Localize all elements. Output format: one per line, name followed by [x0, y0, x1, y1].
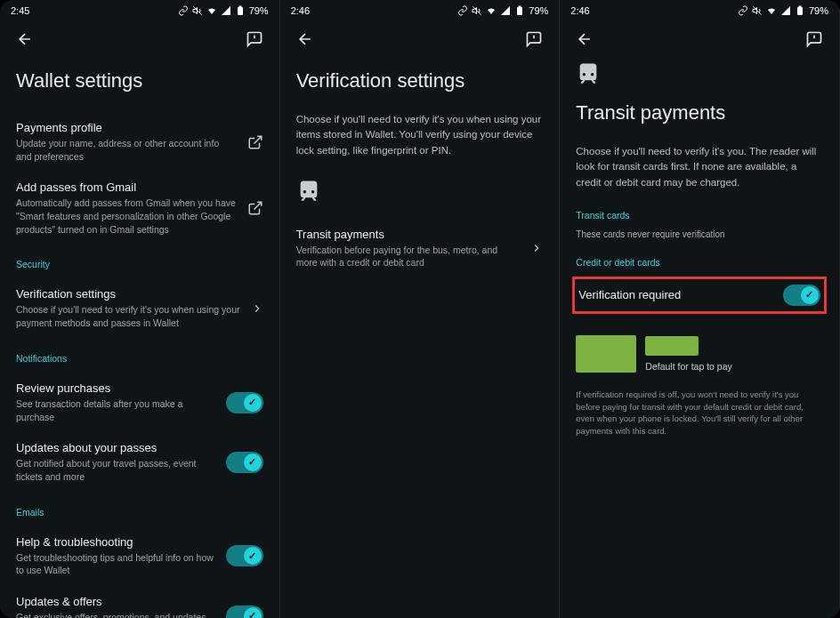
page-intro: Choose if you'll need to verify it's you…	[576, 144, 823, 190]
wifi-icon	[766, 5, 777, 16]
battery-icon	[795, 5, 805, 16]
row-updates-offers: Updates & offers Get exclusive offers, p…	[16, 586, 263, 618]
card-thumbnail-1[interactable]	[576, 335, 636, 373]
app-bar	[280, 20, 560, 60]
mute-icon	[192, 5, 203, 16]
feedback-icon	[525, 30, 543, 48]
battery-percent: 79%	[529, 5, 548, 16]
page-title: Verification settings	[296, 69, 544, 92]
row-title: Verification settings	[16, 287, 240, 301]
row-subtitle: Choose if you'll need to verify it's you…	[16, 303, 240, 329]
wifi-icon	[486, 5, 497, 16]
section-emails: Emails	[16, 507, 263, 518]
open-external-icon	[247, 134, 263, 150]
section-notifications: Notifications	[16, 353, 263, 364]
status-time: 2:46	[570, 5, 589, 16]
back-button[interactable]	[296, 30, 314, 52]
feedback-button[interactable]	[246, 30, 263, 52]
status-bar: 2:46 79%	[280, 0, 560, 20]
svg-rect-1	[238, 6, 241, 8]
row-review-purchases: Review purchases See transaction details…	[16, 373, 263, 432]
arrow-left-icon	[576, 30, 594, 48]
row-title: Review purchases	[16, 381, 215, 395]
row-subtitle: Get notified about your travel passes, e…	[16, 457, 215, 483]
back-button[interactable]	[576, 30, 594, 52]
battery-percent: 79%	[249, 5, 269, 16]
status-icons: 79%	[457, 5, 548, 16]
row-title: Help & troubleshooting	[16, 535, 215, 549]
row-subtitle: Automatically add passes from Gmail when…	[16, 197, 237, 236]
row-subtitle: Get exclusive offers, promotions, and up…	[16, 611, 215, 618]
page-title: Transit payments	[576, 101, 823, 124]
row-title: Add passes from Gmail	[16, 181, 237, 194]
svg-rect-4	[797, 7, 803, 15]
link-icon	[457, 5, 468, 16]
phone-screen-1: 2:45 79% Wallet settings Payments profil…	[0, 0, 280, 618]
svg-rect-2	[517, 7, 522, 15]
content-area: Wallet settings Payments profile Update …	[0, 60, 279, 618]
svg-rect-0	[238, 7, 243, 15]
signal-icon	[780, 5, 791, 16]
row-updates-passes: Updates about your passes Get notified a…	[16, 432, 263, 492]
status-icons: 79%	[178, 5, 269, 16]
mute-icon	[472, 5, 482, 16]
phone-screen-2: 2:46 79% Verification settings Choose if…	[280, 0, 561, 618]
row-subtitle: Get troubleshooting tips and helpful inf…	[16, 551, 215, 577]
toggle-help[interactable]	[226, 545, 263, 566]
feedback-icon	[246, 30, 263, 48]
app-bar	[560, 20, 839, 60]
link-icon	[738, 5, 748, 16]
status-time: 2:46	[291, 5, 310, 16]
toggle-verification-required[interactable]	[783, 285, 820, 306]
transit-icon	[576, 60, 823, 89]
row-help-troubleshooting: Help & troubleshooting Get troubleshooti…	[16, 526, 263, 586]
page-title: Wallet settings	[16, 69, 263, 92]
row-payments-profile[interactable]: Payments profile Update your name, addre…	[16, 112, 263, 172]
phone-screen-3: 2:46 79% Transit payments Choose if you'…	[560, 0, 840, 618]
section-security: Security	[16, 259, 263, 269]
default-tap-caption: Default for tap to pay	[645, 361, 731, 372]
toggle-review-purchases[interactable]	[226, 392, 263, 413]
feedback-button[interactable]	[525, 30, 543, 52]
page-intro: Choose if you'll need to verify it's you…	[296, 112, 544, 158]
section-credit-cards: Credit or debit cards	[576, 257, 823, 268]
chevron-right-icon	[251, 302, 263, 315]
row-title: Updates about your passes	[16, 441, 215, 454]
signal-icon	[500, 5, 511, 16]
battery-icon	[514, 5, 525, 16]
row-title: Updates & offers	[16, 595, 215, 608]
status-time: 2:45	[11, 5, 29, 16]
signal-icon	[221, 5, 231, 16]
feedback-button[interactable]	[805, 30, 823, 52]
highlighted-verification-row: Verification required	[572, 277, 827, 314]
section-transit-cards: Transit cards	[576, 210, 823, 221]
svg-rect-3	[519, 6, 521, 8]
cards-row: Default for tap to pay	[576, 335, 823, 373]
mute-icon	[752, 5, 763, 16]
toggle-updates-offers[interactable]	[226, 606, 263, 618]
row-transit-payments[interactable]: Transit payments Verification before pay…	[296, 219, 544, 278]
status-bar: 2:46 79%	[560, 0, 839, 20]
battery-icon	[235, 5, 246, 16]
transit-icon	[296, 178, 544, 206]
status-icons: 79%	[738, 5, 828, 16]
feedback-icon	[805, 30, 823, 48]
verification-required-label: Verification required	[578, 288, 681, 301]
arrow-left-icon	[16, 30, 34, 48]
wifi-icon	[206, 5, 217, 16]
row-subtitle: See transaction details after you make a…	[16, 397, 215, 423]
app-bar	[0, 20, 279, 60]
chevron-right-icon	[530, 242, 543, 254]
row-verification-settings[interactable]: Verification settings Choose if you'll n…	[16, 278, 263, 338]
back-button[interactable]	[16, 30, 34, 52]
footnote: If verification required is off, you won…	[576, 389, 823, 437]
row-subtitle: Verification before paying for the bus, …	[296, 244, 521, 269]
row-title: Transit payments	[296, 228, 521, 241]
card-thumbnail-2[interactable]	[645, 336, 699, 356]
content-area: Verification settings Choose if you'll n…	[280, 60, 560, 618]
toggle-updates-passes[interactable]	[226, 452, 263, 473]
link-icon	[178, 5, 189, 16]
row-add-passes[interactable]: Add passes from Gmail Automatically add …	[16, 172, 263, 245]
row-subtitle: Update your name, address or other accou…	[16, 137, 237, 163]
row-title: Payments profile	[16, 121, 237, 134]
